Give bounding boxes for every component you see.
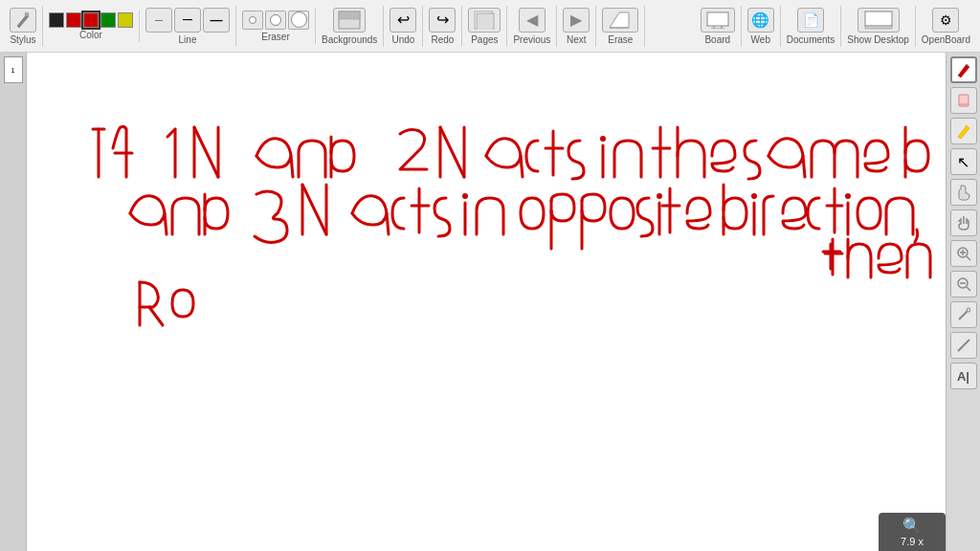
web-button[interactable]: 🌐: [747, 8, 774, 33]
svg-rect-11: [865, 11, 892, 26]
svg-line-62: [967, 287, 970, 291]
previous-label: Previous: [513, 34, 550, 45]
pages-label: Pages: [471, 34, 498, 45]
color-yellow[interactable]: [118, 12, 133, 28]
svg-line-19: [194, 127, 218, 177]
color-green[interactable]: [100, 12, 116, 28]
documents-label: Documents: [787, 34, 835, 45]
svg-line-58: [967, 256, 970, 260]
color-label: Color: [79, 30, 102, 40]
line-thick[interactable]: —: [203, 8, 230, 33]
svg-rect-4: [477, 13, 494, 30]
eraser-small[interactable]: [242, 11, 263, 30]
line-group: — — — Line: [140, 6, 236, 47]
svg-point-47: [845, 193, 851, 199]
svg-line-22: [440, 127, 464, 177]
stylus-label: Stylus: [10, 34, 35, 45]
board-label: Board: [704, 34, 730, 45]
zoom-in-button[interactable]: [950, 240, 977, 267]
next-label: Next: [567, 34, 587, 45]
svg-point-43: [751, 193, 757, 199]
stylus-group: Stylus: [4, 6, 43, 47]
toolbar: Stylus Color — — — Line: [0, 0, 980, 53]
previous-group: ◀ Previous: [507, 6, 557, 47]
web-label: Web: [751, 34, 770, 45]
main-area: 1: [0, 53, 980, 551]
zoom-indicator: 🔍 7.9 x: [879, 513, 946, 551]
zoom-icon: 🔍: [902, 517, 922, 535]
svg-point-37: [462, 193, 468, 199]
web-group: 🌐 Web: [742, 6, 781, 47]
select-tool-button[interactable]: ↖: [950, 148, 977, 175]
erase-label: Erase: [608, 34, 633, 45]
backgrounds-button[interactable]: [333, 8, 366, 33]
svg-point-0: [25, 12, 29, 16]
previous-button[interactable]: ◀: [519, 8, 546, 33]
pan-tool-button[interactable]: [950, 209, 977, 236]
backgrounds-group: Backgrounds: [316, 6, 384, 47]
zoom-out-button[interactable]: [950, 271, 977, 298]
line-thin[interactable]: —: [145, 8, 172, 33]
svg-point-65: [967, 308, 970, 312]
svg-point-27: [600, 136, 606, 142]
left-sidebar: 1: [0, 53, 27, 551]
canvas-area[interactable]: [27, 53, 946, 551]
color-black[interactable]: [49, 12, 64, 28]
openboard-group: ⚙ OpenBoard: [916, 6, 976, 47]
yellow-pen-button[interactable]: [950, 118, 977, 144]
touch-tool-button[interactable]: [950, 179, 977, 206]
stylus-button[interactable]: [10, 8, 36, 33]
right-sidebar: ↖: [946, 53, 980, 551]
erase-group: Erase: [596, 6, 645, 47]
line-label: Line: [179, 34, 197, 45]
pages-button[interactable]: [468, 8, 501, 33]
eraser-label: Eraser: [261, 32, 289, 42]
svg-line-54: [149, 307, 163, 325]
undo-group: ↩ Undo: [384, 6, 423, 47]
handwriting-svg: [27, 53, 946, 551]
eraser-large[interactable]: [288, 11, 309, 30]
openboard-label: OpenBoard: [922, 34, 970, 45]
show-desktop-label: Show Desktop: [847, 34, 908, 45]
documents-button[interactable]: 📄: [797, 8, 824, 33]
erase-button[interactable]: [602, 8, 638, 33]
undo-label: Undo: [391, 34, 414, 45]
redo-button[interactable]: ↪: [429, 8, 456, 33]
next-button[interactable]: ▶: [563, 8, 590, 33]
svg-line-32: [302, 185, 326, 234]
documents-group: 📄 Documents: [781, 6, 842, 47]
svg-rect-7: [707, 12, 728, 26]
undo-button[interactable]: ↩: [390, 8, 416, 33]
backgrounds-label: Backgrounds: [322, 34, 377, 45]
show-desktop-button[interactable]: [858, 8, 900, 33]
zoom-value: 7.9 x: [901, 536, 924, 547]
text-tool-button[interactable]: A|: [950, 363, 977, 389]
show-desktop-group: Show Desktop: [841, 6, 915, 47]
svg-rect-12: [865, 26, 892, 29]
eraser-med[interactable]: [265, 11, 286, 30]
board-group: Board: [695, 6, 742, 47]
page-thumbnail[interactable]: 1: [4, 56, 23, 83]
svg-line-66: [958, 340, 969, 351]
pages-group: Pages: [462, 6, 507, 47]
pen-tool-button[interactable]: [950, 56, 977, 83]
line-med[interactable]: —: [174, 8, 201, 33]
eraser-group: Eraser: [236, 9, 316, 44]
svg-point-39: [657, 193, 662, 199]
color-red[interactable]: [66, 12, 81, 28]
openboard-button[interactable]: ⚙: [932, 8, 959, 33]
line-draw-button[interactable]: [950, 332, 977, 359]
next-group: ▶ Next: [557, 6, 596, 47]
svg-rect-2: [339, 11, 360, 19]
color-group: Color: [43, 11, 140, 42]
laser-pointer-button[interactable]: [950, 301, 977, 328]
svg-marker-5: [610, 12, 629, 28]
board-button[interactable]: [701, 8, 735, 33]
color-red2[interactable]: [83, 12, 99, 28]
redo-group: ↪ Redo: [423, 6, 462, 47]
highlighter-tool-button[interactable]: [950, 87, 977, 114]
redo-label: Redo: [431, 34, 454, 45]
